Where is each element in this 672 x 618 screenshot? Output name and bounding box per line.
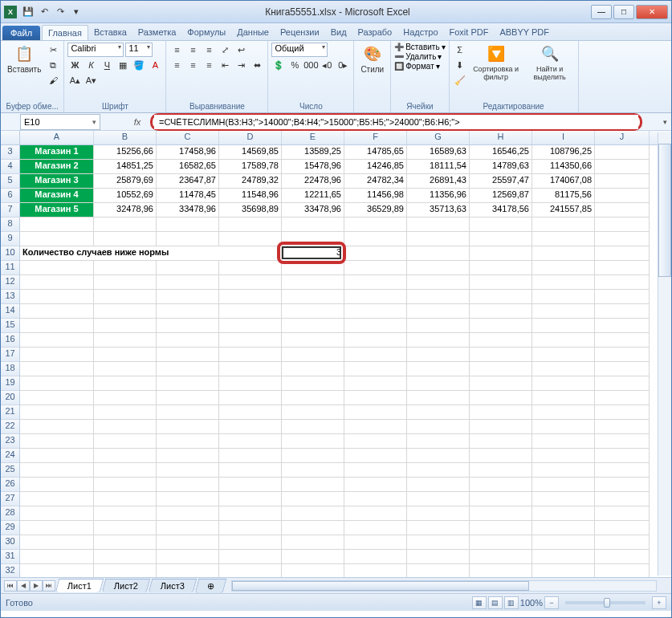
cell-E10[interactable]: 3	[282, 246, 344, 261]
cell-I6[interactable]: 81175,56	[532, 189, 595, 203]
cell-D24[interactable]	[219, 449, 282, 463]
cell-G29[interactable]	[407, 521, 470, 535]
align-top-button[interactable]: ≡	[169, 43, 184, 57]
row-header-26[interactable]: 26	[1, 478, 20, 492]
cell-D31[interactable]	[219, 550, 282, 564]
cell-I27[interactable]	[532, 492, 595, 506]
cell-B24[interactable]	[94, 449, 157, 463]
cell-D28[interactable]	[219, 506, 282, 521]
fill-color-button[interactable]: 🪣	[132, 58, 146, 72]
cell-H13[interactable]	[470, 290, 532, 304]
font-size-combo[interactable]: 11	[125, 43, 153, 57]
cell-H14[interactable]	[470, 304, 532, 319]
expand-formula-button[interactable]: ▾	[658, 118, 671, 126]
cell-E11[interactable]	[282, 261, 344, 275]
col-header-B[interactable]: B	[94, 131, 157, 144]
cell-E15[interactable]	[282, 319, 344, 333]
cell-J10[interactable]	[595, 246, 650, 261]
cell-B30[interactable]	[94, 535, 157, 550]
cell-E19[interactable]	[282, 376, 344, 391]
format-painter-button[interactable]: 🖌	[46, 73, 60, 87]
cell-E23[interactable]	[282, 434, 344, 449]
cell-I7[interactable]: 241557,85	[532, 203, 595, 218]
ribbon-tab-10[interactable]: ABBYY PDF	[494, 25, 555, 40]
vertical-scrollbar[interactable]	[658, 132, 671, 575]
row-header-13[interactable]: 13	[1, 290, 20, 304]
cut-button[interactable]: ✂	[46, 43, 60, 57]
cell-E22[interactable]	[282, 420, 344, 434]
cell-A19[interactable]	[20, 376, 94, 391]
cell-G32[interactable]	[407, 564, 470, 577]
delete-cells-button[interactable]: ➖ Удалить ▾	[394, 52, 445, 61]
cell-I20[interactable]	[532, 391, 595, 405]
cell-H4[interactable]: 14789,63	[470, 160, 532, 174]
cell-J26[interactable]	[595, 478, 650, 492]
fx-icon[interactable]: fx	[128, 117, 147, 127]
cell-C19[interactable]	[157, 376, 219, 391]
cell-C6[interactable]: 11478,45	[157, 189, 219, 203]
cell-I29[interactable]	[532, 521, 595, 535]
row-header-20[interactable]: 20	[1, 391, 20, 405]
cell-F7[interactable]: 36529,89	[344, 203, 407, 218]
cell-D13[interactable]	[219, 290, 282, 304]
cell-C20[interactable]	[157, 391, 219, 405]
cell-A12[interactable]	[20, 275, 94, 290]
cell-D22[interactable]	[219, 420, 282, 434]
cell-E4[interactable]: 15478,96	[282, 160, 344, 174]
cell-A24[interactable]	[20, 449, 94, 463]
cell-A27[interactable]	[20, 492, 94, 506]
cell-J3[interactable]	[595, 145, 650, 160]
row-header-27[interactable]: 27	[1, 492, 20, 506]
qat-save[interactable]: 💾	[20, 4, 36, 20]
cell-C15[interactable]	[157, 319, 219, 333]
cell-J18[interactable]	[595, 362, 650, 376]
cell-E7[interactable]: 33478,96	[282, 203, 344, 218]
cell-G18[interactable]	[407, 362, 470, 376]
cell-C31[interactable]	[157, 550, 219, 564]
zoom-level[interactable]: 100%	[520, 598, 543, 608]
cell-D4[interactable]: 17589,78	[219, 160, 282, 174]
cell-J4[interactable]	[595, 160, 650, 174]
cell-D11[interactable]	[219, 261, 282, 275]
cell-C29[interactable]	[157, 521, 219, 535]
cell-A25[interactable]	[20, 463, 94, 478]
cell-I8[interactable]	[532, 218, 595, 232]
cell-A21[interactable]	[20, 405, 94, 420]
cell-D17[interactable]	[219, 348, 282, 362]
cell-D26[interactable]	[219, 478, 282, 492]
cell-G14[interactable]	[407, 304, 470, 319]
cell-E3[interactable]: 13589,25	[282, 145, 344, 160]
sheet-nav-first[interactable]: ⏮	[4, 580, 17, 592]
cell-F10[interactable]	[344, 246, 407, 261]
cell-B8[interactable]	[94, 218, 157, 232]
page-break-view-button[interactable]: ▥	[504, 596, 519, 609]
cell-H8[interactable]	[470, 218, 532, 232]
cell-D8[interactable]	[219, 218, 282, 232]
font-name-combo[interactable]: Calibri	[67, 43, 124, 57]
merge-button[interactable]: ⬌	[250, 58, 264, 72]
cell-J12[interactable]	[595, 275, 650, 290]
cell-I31[interactable]	[532, 550, 595, 564]
cell-F19[interactable]	[344, 376, 407, 391]
cell-B29[interactable]	[94, 521, 157, 535]
minimize-button[interactable]: —	[591, 5, 612, 19]
cell-G20[interactable]	[407, 391, 470, 405]
row-header-18[interactable]: 18	[1, 362, 20, 376]
row-header-10[interactable]: 10	[1, 246, 20, 261]
col-header-A[interactable]: A	[20, 131, 94, 144]
col-header-G[interactable]: G	[407, 131, 470, 144]
ribbon-tab-3[interactable]: Формулы	[181, 25, 231, 40]
cell-B4[interactable]: 14851,25	[94, 160, 157, 174]
cell-B12[interactable]	[94, 275, 157, 290]
row-header-17[interactable]: 17	[1, 348, 20, 362]
align-middle-button[interactable]: ≡	[185, 43, 200, 57]
cell-J13[interactable]	[595, 290, 650, 304]
cell-G26[interactable]	[407, 478, 470, 492]
cell-D20[interactable]	[219, 391, 282, 405]
cell-C8[interactable]	[157, 218, 219, 232]
cell-B5[interactable]: 25879,69	[94, 174, 157, 189]
qat-redo[interactable]: ↷	[52, 4, 68, 20]
cell-G25[interactable]	[407, 463, 470, 478]
zoom-slider[interactable]	[565, 601, 646, 604]
cell-I12[interactable]	[532, 275, 595, 290]
